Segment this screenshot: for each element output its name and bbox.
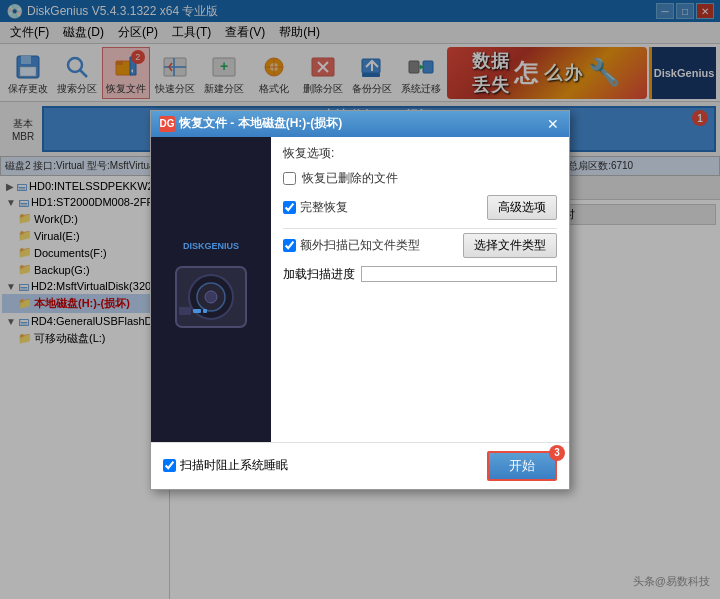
svg-rect-32 bbox=[203, 309, 207, 313]
divider-1 bbox=[283, 228, 557, 229]
modal-overlay: DG 恢复文件 - 本地磁盘(H:)-(损坏) ✕ DISKGENIUS bbox=[0, 0, 720, 599]
restore-deleted-label[interactable]: 恢复已删除的文件 bbox=[302, 170, 398, 187]
modal-titlebar: DG 恢复文件 - 本地磁盘(H:)-(损坏) ✕ bbox=[151, 111, 569, 137]
select-file-types-button[interactable]: 选择文件类型 bbox=[463, 233, 557, 258]
load-progress-label: 加载扫描进度 bbox=[283, 266, 355, 283]
extra-scan-label[interactable]: 额外扫描已知文件类型 bbox=[300, 237, 420, 254]
modal-body: DISKGENIUS 恢复选项: bbox=[151, 137, 569, 442]
prevent-sleep-label[interactable]: 扫描时阻止系统睡眠 bbox=[180, 457, 288, 474]
start-button[interactable]: 开始 bbox=[487, 451, 557, 481]
spacer bbox=[283, 291, 557, 311]
prevent-sleep-checkbox[interactable] bbox=[163, 459, 176, 472]
svg-point-28 bbox=[205, 291, 217, 303]
start-badge: 3 bbox=[549, 445, 565, 461]
modal-footer-left: 扫描时阻止系统睡眠 bbox=[163, 457, 288, 474]
svg-rect-31 bbox=[193, 309, 201, 313]
modal-footer: 扫描时阻止系统睡眠 开始 3 bbox=[151, 442, 569, 489]
load-progress-row: 加载扫描进度 bbox=[283, 266, 557, 283]
restore-deleted-row: 恢复已删除的文件 bbox=[283, 170, 557, 187]
modal-title: 恢复文件 - 本地磁盘(H:)-(损坏) bbox=[179, 115, 342, 132]
modal-close-button[interactable]: ✕ bbox=[545, 116, 561, 132]
modal-form: 恢复选项: 恢复已删除的文件 完整恢复 高级选项 bbox=[271, 137, 569, 442]
complete-restore-label[interactable]: 完整恢复 bbox=[300, 199, 348, 216]
complete-restore-checkbox[interactable] bbox=[283, 201, 296, 214]
start-button-container: 开始 3 bbox=[487, 451, 557, 481]
hdd-svg bbox=[171, 257, 251, 337]
restore-modal: DG 恢复文件 - 本地磁盘(H:)-(损坏) ✕ DISKGENIUS bbox=[150, 110, 570, 490]
modal-logo-text: DISKGENIUS bbox=[183, 241, 239, 251]
advanced-options-button[interactable]: 高级选项 bbox=[487, 195, 557, 220]
progress-bar bbox=[361, 266, 557, 282]
restore-deleted-checkbox[interactable] bbox=[283, 172, 296, 185]
complete-restore-row: 完整恢复 高级选项 bbox=[283, 195, 557, 220]
extra-scan-row: 额外扫描已知文件类型 选择文件类型 bbox=[283, 233, 557, 258]
extra-scan-checkbox[interactable] bbox=[283, 239, 296, 252]
modal-hdd-image: DISKGENIUS bbox=[151, 137, 271, 442]
svg-rect-30 bbox=[179, 307, 191, 315]
restore-options-title: 恢复选项: bbox=[283, 145, 557, 162]
modal-icon: DG bbox=[159, 116, 175, 132]
watermark: 头条@易数科技 bbox=[633, 574, 710, 589]
